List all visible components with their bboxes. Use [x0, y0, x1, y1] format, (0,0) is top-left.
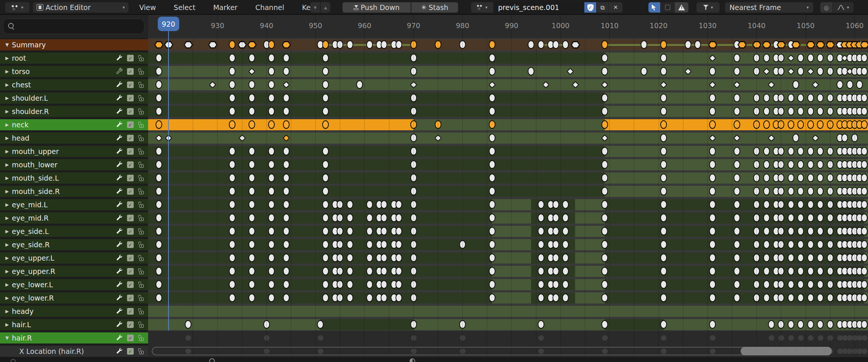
- scrollbar-thumb[interactable]: [741, 347, 832, 355]
- keyframe[interactable]: [788, 174, 794, 182]
- keyframe[interactable]: [395, 240, 402, 249]
- expand-triangle-icon[interactable]: ▶: [2, 309, 12, 314]
- keyframe[interactable]: [156, 160, 162, 169]
- unlock-icon[interactable]: [138, 322, 144, 328]
- keyframe[interactable]: [562, 267, 569, 275]
- channel-row-shoulder.l[interactable]: ▶shoulder.L✓: [0, 93, 148, 104]
- keyframe[interactable]: [660, 174, 667, 182]
- keyframe[interactable]: [229, 174, 236, 182]
- keyframe[interactable]: [156, 254, 162, 262]
- keyframe[interactable]: [601, 40, 608, 49]
- keyframe[interactable]: [283, 120, 290, 129]
- keyframe[interactable]: [268, 174, 275, 182]
- keyframe[interactable]: [229, 120, 236, 129]
- keyframe[interactable]: [248, 240, 255, 249]
- keyframe[interactable]: [248, 267, 255, 275]
- keyframe[interactable]: [268, 187, 275, 195]
- keyframe[interactable]: [641, 40, 647, 49]
- keyframe[interactable]: [709, 67, 716, 76]
- channel-enable-checkbox[interactable]: ✓: [127, 68, 134, 75]
- keyframe[interactable]: [229, 254, 236, 262]
- keyframe[interactable]: [788, 214, 794, 222]
- filter-dropdown[interactable]: ▾: [697, 2, 720, 13]
- unlock-icon[interactable]: [138, 82, 144, 88]
- keyframe[interactable]: [156, 54, 162, 62]
- keyframe[interactable]: [347, 214, 353, 222]
- keyframe[interactable]: [660, 40, 667, 49]
- keyframe[interactable]: [763, 107, 770, 115]
- keyframe[interactable]: [552, 254, 559, 262]
- keyframe[interactable]: [283, 214, 290, 222]
- keyframe[interactable]: [156, 80, 162, 89]
- keyframe[interactable]: [601, 147, 608, 155]
- keyframe[interactable]: [156, 147, 162, 155]
- keyframe[interactable]: [229, 240, 236, 249]
- unlock-icon[interactable]: [138, 242, 144, 248]
- keyframe[interactable]: [395, 294, 402, 302]
- channel-enable-checkbox[interactable]: ✓: [127, 215, 134, 221]
- keyframe[interactable]: [807, 240, 814, 249]
- keyframe[interactable]: [347, 240, 353, 249]
- keyframe[interactable]: [538, 240, 544, 249]
- keyframe[interactable]: [660, 94, 667, 102]
- keyframe[interactable]: [601, 214, 608, 222]
- keyframe[interactable]: [807, 174, 814, 182]
- expand-triangle-icon[interactable]: ▶: [2, 255, 12, 261]
- channel-row-mouth-side.r[interactable]: ▶mouth_side.R✓: [0, 186, 148, 197]
- modifier-wrench-icon[interactable]: [116, 54, 123, 62]
- keyframe[interactable]: [229, 187, 236, 195]
- keyframe[interactable]: [248, 94, 255, 102]
- keyframe[interactable]: [268, 40, 275, 49]
- modifier-wrench-icon[interactable]: [116, 94, 123, 102]
- keyframe[interactable]: [322, 214, 329, 222]
- menu-marker[interactable]: Marker: [212, 3, 239, 11]
- keyframe[interactable]: [538, 40, 544, 49]
- keyframe[interactable]: [268, 160, 275, 169]
- unlock-icon[interactable]: [138, 335, 144, 341]
- keyframe[interactable]: [347, 267, 353, 275]
- keyframe[interactable]: [248, 227, 255, 235]
- browse-action-button[interactable]: ◆◆◇ ▾: [471, 2, 493, 13]
- keyframe[interactable]: [248, 160, 255, 169]
- keyframe[interactable]: [538, 294, 544, 302]
- keyframe[interactable]: [641, 67, 647, 76]
- modifier-wrench-icon[interactable]: [116, 121, 123, 129]
- keyframe[interactable]: [229, 40, 236, 49]
- channel-row-mouth-side.l[interactable]: ▶mouth_side.L✓: [0, 172, 148, 184]
- channel-row-eye-upper.l[interactable]: ▶eye_upper.L✓: [0, 252, 148, 264]
- keyframe[interactable]: [366, 294, 373, 302]
- keyframe[interactable]: [601, 107, 608, 115]
- keyframe[interactable]: [709, 227, 716, 235]
- modifier-wrench-icon[interactable]: [116, 148, 123, 155]
- keyframe[interactable]: [156, 267, 162, 275]
- keyframe[interactable]: [322, 107, 329, 115]
- keyframe[interactable]: [601, 67, 608, 76]
- keyframe[interactable]: [660, 67, 667, 76]
- keyframe[interactable]: [229, 107, 236, 115]
- keyframe[interactable]: [229, 200, 236, 209]
- channel-row-heady[interactable]: ▶heady✓: [0, 306, 148, 317]
- channel-row-head[interactable]: ▶head✓: [0, 133, 148, 144]
- keyframe[interactable]: [660, 267, 667, 275]
- keyframe[interactable]: [601, 227, 608, 235]
- keyframe[interactable]: [538, 214, 544, 222]
- keyframe[interactable]: [283, 147, 290, 155]
- keyframe[interactable]: [489, 94, 495, 102]
- keyframe[interactable]: [322, 240, 329, 249]
- keyframe[interactable]: [562, 240, 569, 249]
- keyframe[interactable]: [322, 187, 329, 195]
- keyframe[interactable]: [229, 147, 236, 155]
- keyframe[interactable]: [709, 200, 716, 209]
- keyframe[interactable]: [788, 240, 794, 249]
- keyframe[interactable]: [366, 200, 373, 209]
- unlock-icon[interactable]: [138, 148, 144, 155]
- keyframe[interactable]: [268, 254, 275, 262]
- modifier-wrench-icon[interactable]: [116, 161, 123, 169]
- keyframe[interactable]: [489, 54, 495, 62]
- unlock-icon[interactable]: [138, 202, 144, 208]
- keyframe[interactable]: [347, 280, 353, 289]
- channel-enable-checkbox[interactable]: ✓: [127, 148, 134, 155]
- keyframe[interactable]: [709, 280, 716, 289]
- horizontal-scrollbar[interactable]: [152, 347, 832, 355]
- keyframe[interactable]: [763, 187, 770, 195]
